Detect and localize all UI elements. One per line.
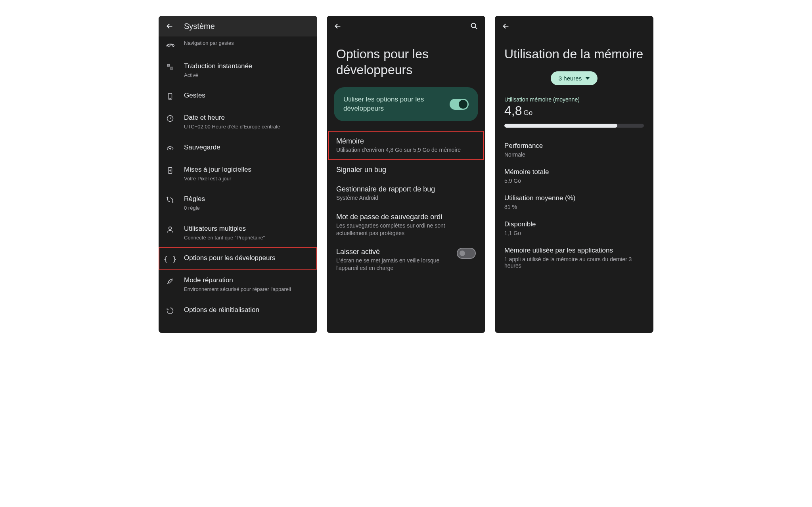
backup-password-item[interactable]: Mot de passe de sauvegarde ordi Les sauv… bbox=[327, 207, 485, 243]
item-label: Options de réinitialisation bbox=[184, 306, 310, 315]
software-update-item[interactable]: Mises à jour logicielles Votre Pixel est… bbox=[159, 159, 317, 188]
topbar: Système bbox=[159, 16, 317, 36]
topbar bbox=[495, 16, 653, 36]
stay-awake-item[interactable]: Laisser activé L'écran ne se met jamais … bbox=[327, 242, 485, 277]
item-sub: Les sauvegardes complètes sur ordi ne so… bbox=[336, 222, 476, 237]
cloud-upload-icon bbox=[166, 144, 174, 153]
reset-options-item[interactable]: Options de réinitialisation bbox=[159, 299, 317, 321]
item-label: Mises à jour logicielles bbox=[184, 165, 310, 174]
memory-progress-bar bbox=[504, 124, 644, 128]
item-sub: Système Android bbox=[336, 194, 476, 202]
avg-pct-row: Utilisation moyenne (%) 81 % bbox=[495, 190, 653, 216]
row-value: 1 appli a utilisé de la mémoire au cours… bbox=[504, 256, 644, 269]
memory-progress-fill bbox=[504, 124, 617, 128]
search-icon[interactable] bbox=[469, 21, 479, 31]
item-label: Gestes bbox=[184, 91, 310, 100]
item-label: Signaler un bug bbox=[336, 166, 476, 174]
item-label: Gestionnaire de rapport de bug bbox=[336, 185, 476, 193]
multi-users-item[interactable]: Utilisateurs multiples Connecté en tant … bbox=[159, 218, 317, 247]
item-label: Utilisateurs multiples bbox=[184, 224, 310, 233]
item-sub: Activé bbox=[184, 72, 310, 79]
time-range-chip[interactable]: 3 heures bbox=[551, 71, 598, 85]
settings-list: Navigation par gestes 文A Traduction inst… bbox=[159, 36, 317, 333]
report-bug-item[interactable]: Signaler un bug bbox=[327, 160, 485, 180]
gestures-item[interactable]: Gestes bbox=[159, 85, 317, 107]
apps-memory-row[interactable]: Mémoire utilisée par les applications 1 … bbox=[495, 243, 653, 275]
phone-down-icon bbox=[166, 40, 174, 49]
repair-mode-item[interactable]: Mode réparation Environnement sécurisé p… bbox=[159, 270, 317, 299]
row-key: Performance bbox=[504, 142, 644, 150]
item-sub: Connecté en tant que "Propriétaire" bbox=[184, 234, 310, 241]
row-key: Mémoire totale bbox=[504, 168, 644, 176]
item-label: Règles bbox=[184, 195, 310, 204]
item-sub: UTC+02:00 Heure d'été d'Europe centrale bbox=[184, 123, 310, 130]
back-arrow-icon[interactable] bbox=[501, 21, 511, 31]
performance-row: Performance Normale bbox=[495, 138, 653, 164]
page-title: Options pour les développeurs bbox=[327, 36, 485, 87]
row-value: Normale bbox=[504, 151, 644, 158]
braces-icon: { } bbox=[166, 254, 174, 263]
item-label: Options pour les développeurs bbox=[184, 254, 310, 263]
row-value: 5,9 Go bbox=[504, 178, 644, 184]
master-toggle-card[interactable]: Utiliser les options pour les développeu… bbox=[334, 87, 478, 121]
available-row: Disponible 1,1 Go bbox=[495, 216, 653, 243]
tools-icon bbox=[166, 277, 174, 285]
item-label: Date et heure bbox=[184, 113, 310, 122]
item-label: Navigation par gestes bbox=[184, 40, 310, 47]
item-sub: Environnement sécurisé pour réparer l'ap… bbox=[184, 286, 310, 293]
system-update-icon bbox=[166, 166, 174, 175]
clock-icon bbox=[166, 114, 174, 123]
item-sub: L'écran ne se met jamais en veille lorsq… bbox=[336, 257, 450, 272]
rules-icon bbox=[166, 195, 174, 204]
page-title: Utilisation de la mémoire bbox=[495, 36, 653, 71]
developer-options-item[interactable]: { } Options pour les développeurs bbox=[159, 247, 317, 270]
row-key: Disponible bbox=[504, 220, 644, 228]
bug-report-manager-item[interactable]: Gestionnaire de rapport de bug Système A… bbox=[327, 180, 485, 207]
back-arrow-icon[interactable] bbox=[333, 21, 343, 31]
avg-usage-unit: Go bbox=[523, 109, 532, 117]
translate-icon: 文A bbox=[166, 63, 174, 71]
master-toggle-switch[interactable] bbox=[450, 99, 469, 110]
toggle-label: Utiliser les options pour les développeu… bbox=[343, 95, 443, 113]
reset-icon bbox=[166, 306, 174, 315]
avg-usage-number: 4,8 bbox=[504, 103, 522, 118]
row-value: 81 % bbox=[504, 204, 644, 210]
item-sub: Utilisation d'environ 4,8 Go sur 5,9 Go … bbox=[336, 146, 476, 154]
avg-usage-value: 4,8Go bbox=[495, 103, 653, 121]
row-value: 1,1 Go bbox=[504, 230, 644, 236]
back-arrow-icon[interactable] bbox=[165, 21, 174, 31]
item-label: Mode réparation bbox=[184, 276, 310, 285]
screen-memory-usage: Utilisation de la mémoire 3 heures Utili… bbox=[495, 16, 653, 333]
backup-item[interactable]: Sauvegarde bbox=[159, 137, 317, 159]
row-key: Utilisation moyenne (%) bbox=[504, 194, 644, 202]
item-sub: 0 règle bbox=[184, 205, 310, 212]
chip-label: 3 heures bbox=[559, 75, 582, 82]
nav-gestures-item[interactable]: Navigation par gestes bbox=[159, 36, 317, 55]
item-label: Traduction instantanée bbox=[184, 62, 310, 71]
memory-item[interactable]: Mémoire Utilisation d'environ 4,8 Go sur… bbox=[328, 131, 484, 160]
translate-item[interactable]: 文A Traduction instantanée Activé bbox=[159, 55, 317, 85]
svg-text:文: 文 bbox=[168, 64, 170, 67]
row-key: Mémoire utilisée par les applications bbox=[504, 247, 644, 254]
phone-icon bbox=[166, 92, 174, 101]
item-label: Mémoire bbox=[336, 137, 476, 145]
rules-item[interactable]: Règles 0 règle bbox=[159, 188, 317, 218]
stay-awake-switch[interactable] bbox=[457, 248, 476, 259]
date-time-item[interactable]: Date et heure UTC+02:00 Heure d'été d'Eu… bbox=[159, 107, 317, 136]
page-title: Système bbox=[184, 22, 215, 31]
item-label: Sauvegarde bbox=[184, 143, 310, 152]
topbar bbox=[327, 16, 485, 36]
user-icon bbox=[166, 225, 174, 234]
screen-system: Système Navigation par gestes 文A Traduct… bbox=[159, 16, 317, 333]
screen-developer-options: Options pour les développeurs Utiliser l… bbox=[327, 16, 485, 333]
item-label: Laisser activé bbox=[336, 248, 450, 256]
svg-point-7 bbox=[172, 279, 172, 280]
svg-point-8 bbox=[471, 23, 476, 28]
item-label: Mot de passe de sauvegarde ordi bbox=[336, 213, 476, 221]
item-sub: Votre Pixel est à jour bbox=[184, 175, 310, 182]
svg-point-6 bbox=[169, 227, 172, 230]
avg-usage-label: Utilisation mémoire (moyenne) bbox=[495, 96, 653, 103]
total-memory-row: Mémoire totale 5,9 Go bbox=[495, 164, 653, 190]
chevron-down-icon bbox=[586, 77, 590, 80]
